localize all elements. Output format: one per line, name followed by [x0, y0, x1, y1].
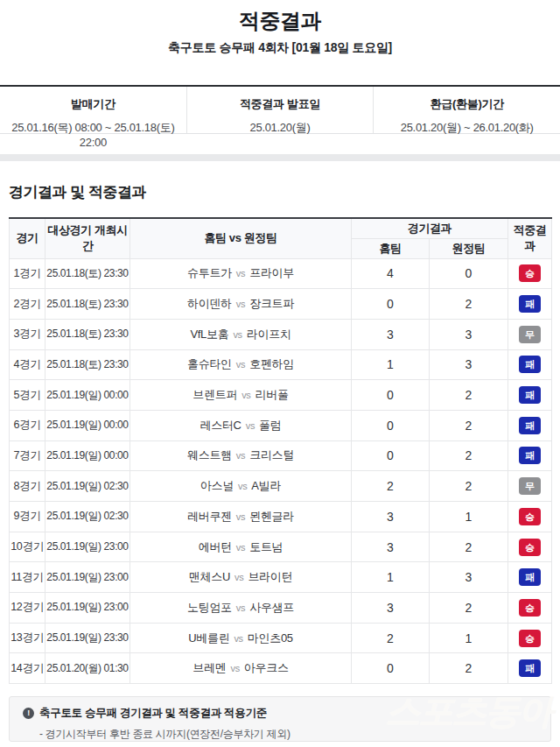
vs-label: vs — [230, 663, 239, 673]
table-row: 9경기 25.01.19(일) 02:30 레버쿠젠vs묀헨글라 3 1 승 — [10, 502, 552, 532]
home-team-name: 웨스트햄 — [187, 448, 232, 462]
home-score: 0 — [352, 653, 430, 684]
match-teams: U베를린vs마인츠05 — [130, 623, 352, 653]
match-datetime: 25.01.19(일) 00:00 — [46, 440, 130, 471]
away-team-name: 풀럼 — [259, 419, 281, 432]
away-score: 2 — [430, 532, 508, 562]
table-row: 6경기 25.01.19(일) 00:00 레스터Cvs풀럼 0 2 패 — [10, 410, 552, 440]
match-datetime: 25.01.18(토) 23:30 — [46, 319, 130, 349]
home-score: 3 — [352, 532, 430, 562]
table-row: 14경기 25.01.20(월) 01:30 브레멘vs아우크스 0 2 패 — [10, 653, 552, 684]
home-score: 3 — [352, 593, 430, 624]
home-team-name: 하이덴하 — [187, 297, 232, 310]
match-teams: 레버쿠젠vs묀헨글라 — [130, 502, 352, 532]
home-score: 2 — [352, 471, 430, 502]
game-number: 5경기 — [10, 380, 46, 411]
home-score: 4 — [352, 258, 430, 289]
home-score: 0 — [352, 410, 430, 440]
home-team-name: 슈투트가 — [187, 266, 232, 279]
home-team-name: 레버쿠젠 — [187, 510, 232, 523]
away-team-name: 사우샘프 — [249, 601, 294, 614]
match-teams: 맨체스Uvs브라이턴 — [130, 562, 352, 593]
table-row: 7경기 25.01.19(일) 00:00 웨스트햄vs크리스털 0 2 패 — [10, 440, 552, 471]
criteria-note-text: - 경기시작부터 후반 종료 시까지(연장전/승부차기 제외) — [39, 727, 537, 742]
home-team-name: 브레멘 — [192, 661, 226, 674]
home-team-name: 맨체스U — [189, 570, 230, 583]
away-team-name: 크리스털 — [249, 448, 294, 462]
game-number: 11경기 — [10, 562, 46, 593]
game-number: 1경기 — [10, 258, 46, 289]
game-number: 6경기 — [10, 410, 46, 440]
match-teams: 슈투트가vs프라이부 — [130, 258, 352, 289]
hit-result-cell: 승 — [508, 593, 552, 624]
vs-label: vs — [242, 390, 250, 400]
hit-result-cell: 승 — [508, 623, 552, 653]
away-team-name: 묀헨글라 — [249, 510, 294, 523]
home-score: 3 — [352, 502, 430, 532]
sale-info-section: 발매기간 25.01.16(목) 08:00 ~ 25.01.18(토) 22:… — [0, 85, 560, 134]
info-value: 25.01.16(목) 08:00 ~ 25.01.18(토) 22:00 — [0, 120, 186, 149]
vs-label: vs — [236, 299, 245, 309]
match-teams: VfL보훔vs라이프치 — [130, 319, 352, 349]
away-team-name: 마인츠05 — [248, 631, 293, 645]
result-badge: 승 — [519, 264, 541, 282]
hit-result-cell: 무 — [508, 319, 552, 349]
away-score: 2 — [430, 653, 508, 684]
results-tbody: 1경기 25.01.18(토) 23:30 슈투트가vs프라이부 4 0 승 2… — [10, 258, 552, 684]
game-number: 7경기 — [10, 440, 46, 471]
result-badge: 승 — [519, 539, 541, 556]
results-table-header: 경기 대상경기 개최시간 홈팀 vs 원정팀 경기결과 적중결과 홈팀 원정팀 — [10, 218, 552, 258]
away-team-name: 브라이턴 — [248, 570, 292, 583]
match-teams: 브레멘vs아우크스 — [130, 653, 352, 684]
hit-result-cell: 패 — [508, 289, 552, 320]
info-value: 25.01.20(월) — [187, 120, 374, 136]
col-header-teams: 홈팀 vs 원정팀 — [130, 218, 352, 258]
match-teams: 홀슈타인vs호펜하임 — [130, 349, 352, 380]
match-datetime: 25.01.19(일) 23:00 — [46, 532, 130, 562]
home-score: 0 — [352, 440, 430, 471]
away-score: 2 — [430, 593, 508, 624]
vs-label: vs — [236, 511, 245, 522]
match-datetime: 25.01.19(일) 23:00 — [46, 593, 130, 624]
home-team-name: 홀슈타인 — [187, 357, 232, 370]
hit-result-cell: 패 — [508, 653, 552, 684]
table-row: 1경기 25.01.18(토) 23:30 슈투트가vs프라이부 4 0 승 — [10, 258, 552, 289]
vs-label: vs — [236, 268, 245, 278]
home-team-name: 브렌트퍼 — [192, 388, 237, 401]
result-badge: 패 — [519, 417, 541, 434]
home-team-name: 레스터C — [200, 419, 241, 432]
game-number: 14경기 — [10, 653, 46, 684]
away-team-name: 장크트파 — [249, 297, 294, 310]
home-score: 1 — [352, 349, 430, 380]
result-badge: 패 — [519, 386, 541, 404]
vs-label: vs — [238, 481, 247, 491]
table-row: 2경기 25.01.18(토) 23:30 하이덴하vs장크트파 0 2 패 — [10, 289, 552, 320]
match-datetime: 25.01.19(일) 00:00 — [46, 410, 130, 440]
match-teams: 아스널vsA빌라 — [130, 471, 352, 502]
result-badge: 패 — [519, 568, 541, 586]
table-row: 12경기 25.01.19(일) 23:00 노팅엄포vs사우샘프 3 2 승 — [10, 593, 552, 624]
info-box-sale-period: 발매기간 25.01.16(목) 08:00 ~ 25.01.18(토) 22:… — [0, 87, 186, 133]
section-divider — [0, 154, 560, 161]
info-icon: ! — [23, 708, 34, 719]
away-score: 2 — [430, 440, 508, 471]
results-table: 경기 대상경기 개최시간 홈팀 vs 원정팀 경기결과 적중결과 홈팀 원정팀 … — [9, 217, 552, 684]
match-datetime: 25.01.19(일) 02:30 — [46, 502, 130, 532]
match-teams: 하이덴하vs장크트파 — [130, 289, 352, 320]
away-score: 2 — [430, 471, 508, 502]
away-team-name: 호펜하임 — [249, 357, 294, 370]
away-score: 2 — [430, 289, 508, 320]
vs-label: vs — [234, 633, 242, 644]
criteria-note-title: 축구토토 승무패 경기결과 및 적중결과 적용기준 — [39, 706, 267, 721]
away-team-name: A빌라 — [251, 479, 281, 492]
hit-result-cell: 패 — [508, 440, 552, 471]
away-score: 1 — [430, 502, 508, 532]
match-teams: 레스터Cvs풀럼 — [130, 410, 352, 440]
game-number: 8경기 — [10, 471, 46, 502]
section-title: 경기결과 및 적중결과 — [9, 182, 146, 202]
table-row: 10경기 25.01.19(일) 23:00 에버턴vs토트넘 3 2 승 — [10, 532, 552, 562]
table-row: 11경기 25.01.19(일) 23:00 맨체스Uvs브라이턴 1 3 패 — [10, 562, 552, 593]
home-team-name: 노팅엄포 — [187, 601, 232, 614]
away-score: 3 — [430, 319, 508, 349]
match-datetime: 25.01.19(일) 02:30 — [46, 471, 130, 502]
